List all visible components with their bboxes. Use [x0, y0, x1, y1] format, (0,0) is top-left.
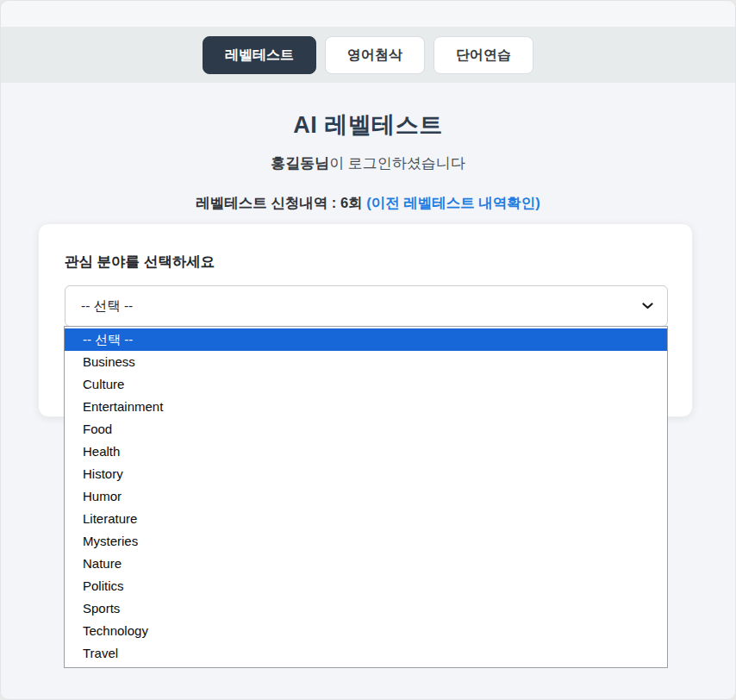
dropdown-option[interactable]: Mysteries [65, 530, 667, 553]
dropdown-option[interactable]: Literature [65, 508, 667, 530]
interest-select[interactable]: -- 선택 -- [65, 285, 668, 327]
dropdown-option[interactable]: Technology [65, 620, 667, 642]
interest-field-label: 관심 분야를 선택하세요 [65, 253, 666, 272]
dropdown-option[interactable]: Business [65, 351, 667, 373]
dropdown-option[interactable]: Food [65, 418, 667, 441]
tab-word-practice[interactable]: 단어연습 [433, 36, 533, 74]
dropdown-option[interactable]: Entertainment [65, 396, 667, 418]
dropdown-option-selected[interactable]: -- 선택 -- [65, 328, 667, 351]
app-window: 레벨테스트 영어첨삭 단어연습 AI 레벨테스트 홍길동님이 로그인하셨습니다 … [0, 0, 736, 700]
chevron-down-icon [642, 303, 653, 309]
test-history-line: 레벨테스트 신청내역 : 6회 (이전 레벨테스트 내역확인) [1, 194, 735, 213]
login-status-text: 홍길동님이 로그인하셨습니다 [1, 153, 735, 173]
tab-english-correction[interactable]: 영어첨삭 [325, 36, 425, 74]
main-tab-bar: 레벨테스트 영어첨삭 단어연습 [1, 27, 735, 83]
history-count-text: 레벨테스트 신청내역 : 6회 [196, 195, 366, 210]
tab-level-test[interactable]: 레벨테스트 [203, 36, 316, 74]
dropdown-option[interactable]: Travel [65, 642, 667, 665]
dropdown-option[interactable]: Culture [65, 373, 667, 396]
page-title: AI 레벨테스트 [1, 109, 735, 141]
dropdown-option[interactable]: Sports [65, 597, 667, 620]
dropdown-list: -- 선택 -- BusinessCultureEntertainmentFoo… [64, 326, 668, 668]
dropdown-option[interactable]: Nature [65, 553, 667, 575]
login-suffix: 이 로그인하셨습니다 [329, 155, 465, 172]
select-current-value: -- 선택 -- [81, 297, 133, 316]
history-link[interactable]: (이전 레벨테스트 내역확인) [366, 195, 540, 210]
dropdown-option[interactable]: Health [65, 441, 667, 463]
user-name: 홍길동님 [271, 155, 329, 172]
dropdown-option[interactable]: Humor [65, 485, 667, 508]
dropdown-option[interactable]: History [65, 463, 667, 485]
top-spacer-bar [1, 1, 735, 27]
dropdown-option[interactable]: Politics [65, 575, 667, 597]
